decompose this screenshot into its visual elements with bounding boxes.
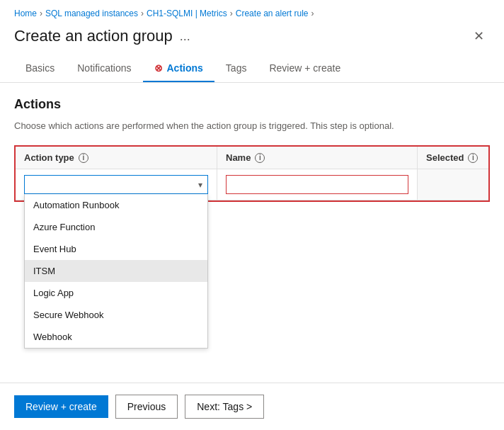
review-create-button[interactable]: Review + create bbox=[14, 395, 108, 418]
action-type-cell: ▾ Automation Runbook Azure Function Even… bbox=[16, 169, 217, 200]
actions-table: Action type i Name i Selected i ▾ bbox=[14, 145, 490, 202]
dialog-title: Create an action group bbox=[14, 27, 173, 45]
name-info-icon[interactable]: i bbox=[255, 153, 265, 163]
tab-actions[interactable]: ⊗ Actions bbox=[143, 55, 214, 82]
tab-notifications-label: Notifications bbox=[77, 62, 131, 74]
previous-button[interactable]: Previous bbox=[115, 395, 178, 419]
name-input[interactable] bbox=[226, 175, 408, 194]
col-header-selected: Selected i bbox=[418, 147, 488, 169]
next-button[interactable]: Next: Tags > bbox=[185, 395, 264, 419]
dropdown-item-azure-function[interactable]: Azure Function bbox=[25, 216, 207, 238]
breadcrumb-alert[interactable]: Create an alert rule bbox=[236, 9, 309, 18]
tab-actions-error-icon: ⊗ bbox=[154, 62, 163, 74]
dropdown-item-secure-webhook[interactable]: Secure Webhook bbox=[25, 304, 207, 326]
breadcrumb-metrics[interactable]: CH1-SQLMI | Metrics bbox=[147, 9, 227, 18]
tab-basics-label: Basics bbox=[25, 62, 55, 74]
tab-actions-label: Actions bbox=[167, 62, 203, 74]
footer: Review + create Previous Next: Tags > bbox=[0, 383, 504, 430]
name-cell bbox=[217, 169, 418, 200]
col-action-type-label: Action type bbox=[24, 152, 74, 163]
breadcrumb: Home › SQL managed instances › CH1-SQLMI… bbox=[0, 0, 504, 23]
dropdown-item-itsm[interactable]: ITSM bbox=[25, 260, 207, 282]
col-name-label: Name bbox=[226, 152, 251, 163]
table-input-row: ▾ Automation Runbook Azure Function Even… bbox=[16, 169, 488, 200]
col-header-action-type: Action type i bbox=[16, 147, 217, 169]
dialog-header: Create an action group ... ✕ bbox=[0, 23, 504, 55]
dropdown-item-logic-app[interactable]: Logic App bbox=[25, 282, 207, 304]
close-button[interactable]: ✕ bbox=[468, 26, 490, 47]
tab-review[interactable]: Review + create bbox=[258, 55, 352, 82]
section-title: Actions bbox=[14, 97, 490, 112]
tab-basics[interactable]: Basics bbox=[14, 55, 66, 82]
breadcrumb-sql[interactable]: SQL managed instances bbox=[45, 9, 138, 18]
action-type-info-icon[interactable]: i bbox=[79, 153, 88, 163]
tab-notifications[interactable]: Notifications bbox=[66, 55, 142, 82]
tab-tags[interactable]: Tags bbox=[214, 55, 258, 82]
dropdown-item-automation-runbook[interactable]: Automation Runbook bbox=[25, 194, 207, 216]
selected-info-icon[interactable]: i bbox=[468, 153, 478, 163]
action-type-input[interactable] bbox=[24, 175, 208, 194]
breadcrumb-home[interactable]: Home bbox=[14, 9, 37, 18]
col-header-name: Name i bbox=[217, 147, 418, 169]
tab-bar: Basics Notifications ⊗ Actions Tags Revi… bbox=[0, 55, 504, 83]
selected-cell bbox=[418, 169, 488, 200]
main-content: Actions Choose which actions are perform… bbox=[0, 83, 504, 209]
dialog-options[interactable]: ... bbox=[180, 29, 190, 44]
action-type-dropdown-wrapper: ▾ Automation Runbook Azure Function Even… bbox=[24, 175, 208, 194]
action-type-dropdown-list: Automation Runbook Azure Function Event … bbox=[24, 194, 208, 349]
dropdown-item-event-hub[interactable]: Event Hub bbox=[25, 238, 207, 260]
section-description: Choose which actions are performed when … bbox=[14, 120, 490, 131]
table-header: Action type i Name i Selected i bbox=[16, 147, 488, 169]
dropdown-item-webhook[interactable]: Webhook bbox=[25, 326, 207, 348]
tab-tags-label: Tags bbox=[226, 62, 247, 74]
create-action-group-dialog: Home › SQL managed instances › CH1-SQLMI… bbox=[0, 0, 504, 430]
col-selected-label: Selected bbox=[426, 152, 464, 163]
tab-review-label: Review + create bbox=[269, 62, 340, 74]
